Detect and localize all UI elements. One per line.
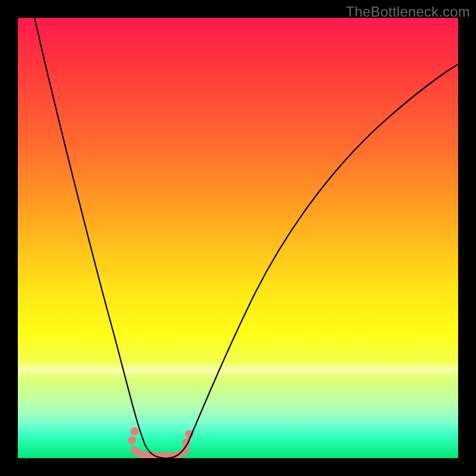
tolerance-dot (130, 427, 139, 436)
curve-svg (18, 18, 458, 458)
chart-frame: TheBottleneck.com (0, 0, 476, 476)
tolerance-dot (128, 436, 136, 444)
watermark-text: TheBottleneck.com (346, 4, 470, 20)
plot-area (18, 18, 458, 458)
bottleneck-curve (35, 18, 458, 458)
